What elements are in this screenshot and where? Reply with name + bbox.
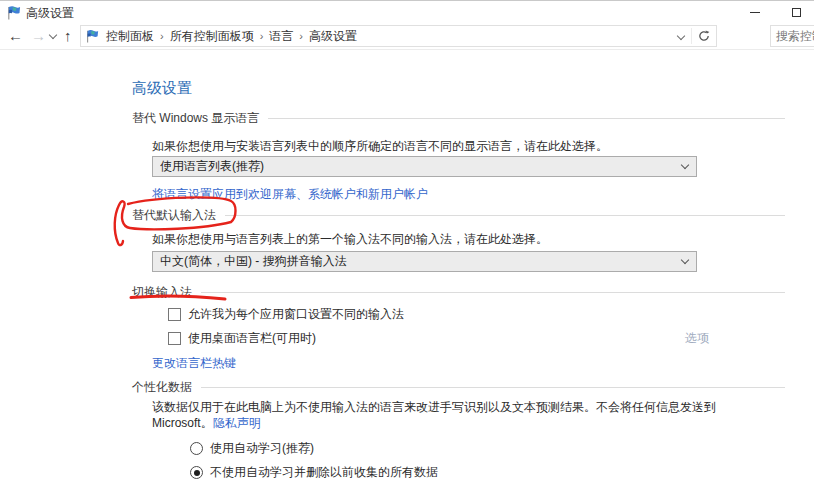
- minimize-icon: [750, 12, 760, 13]
- per-app-input-method-checkbox-row[interactable]: 允许我为每个应用窗口设置不同的输入法: [168, 306, 404, 323]
- search-placeholder: 搜索控制面板: [776, 28, 814, 45]
- use-auto-learning-radio-row[interactable]: 使用自动学习(推荐): [190, 440, 314, 457]
- checkbox-label: 允许我为每个应用窗口设置不同的输入法: [188, 306, 404, 323]
- chevron-down-icon: [681, 256, 689, 264]
- address-dropdown-button[interactable]: [671, 26, 691, 46]
- breadcrumb-separator-icon: ›: [156, 30, 168, 42]
- divider: [225, 215, 785, 216]
- default-input-method-description: 如果你想使用与语言列表上的第一个输入法不同的输入法，请在此处选择。: [152, 231, 548, 248]
- radio-selected-icon[interactable]: [190, 466, 203, 479]
- chevron-down-icon: [681, 161, 689, 169]
- title-bar: 高级设置: [0, 1, 814, 23]
- no-auto-learning-radio-row[interactable]: 不使用自动学习并删除以前收集的所有数据: [190, 464, 438, 481]
- section-header-label: 替代 Windows 显示语言: [132, 110, 259, 127]
- address-bar[interactable]: 控制面板 › 所有控制面板项 › 语言 › 高级设置: [80, 25, 717, 47]
- section-header-display-language: 替代 Windows 显示语言: [132, 110, 785, 127]
- divider: [201, 387, 785, 388]
- address-bar-controls: [671, 26, 716, 46]
- refresh-button[interactable]: [692, 26, 716, 46]
- language-flag-icon: [6, 5, 21, 20]
- combo-selected-value: 中文(简体，中国) - 搜狗拼音输入法: [160, 253, 682, 270]
- radio-label: 不使用自动学习并删除以前收集的所有数据: [210, 464, 438, 481]
- window-title: 高级设置: [26, 5, 74, 22]
- radio-unselected-icon[interactable]: [190, 442, 203, 455]
- search-input[interactable]: 搜索控制面板: [770, 25, 814, 47]
- personalization-description-line1: 该数据仅用于在此电脑上为不使用输入法的语言来改进手写识别以及文本预测结果。不会将…: [152, 399, 716, 416]
- breadcrumb-separator-icon: ›: [256, 30, 268, 42]
- history-dropdown-icon[interactable]: [49, 31, 57, 39]
- section-header-label: 个性化数据: [132, 379, 192, 396]
- radio-label: 使用自动学习(推荐): [210, 440, 314, 457]
- section-header-label: 切换输入法: [132, 284, 192, 301]
- breadcrumb: 控制面板 › 所有控制面板项 › 语言 › 高级设置: [104, 28, 671, 45]
- privacy-statement-link[interactable]: 隐私声明: [213, 416, 261, 430]
- section-header-switch-input-method: 切换输入法: [132, 284, 785, 301]
- personalization-description-line2: Microsoft。隐私声明: [152, 415, 261, 432]
- page-title: 高级设置: [132, 79, 192, 98]
- display-language-description: 如果你想使用与安装语言列表中的顺序所确定的语言不同的显示语言，请在此处选择。: [152, 138, 608, 155]
- personalization-description-prefix: Microsoft。: [152, 416, 213, 430]
- back-button[interactable]: ←: [8, 26, 23, 46]
- breadcrumb-advanced-settings[interactable]: 高级设置: [307, 28, 359, 45]
- default-input-method-combo[interactable]: 中文(简体，中国) - 搜狗拼音输入法: [152, 251, 697, 272]
- display-language-combo[interactable]: 使用语言列表(推荐): [152, 156, 697, 177]
- refresh-icon: [698, 30, 710, 42]
- checkbox-unchecked-icon[interactable]: [168, 308, 181, 321]
- maximize-icon: [792, 8, 801, 17]
- breadcrumb-separator-icon: ›: [295, 30, 307, 42]
- navigation-bar: ← → ↑ 控制面板 › 所有控制面板项 › 语言 › 高级设置: [0, 23, 814, 50]
- divider: [268, 118, 785, 119]
- checkbox-unchecked-icon[interactable]: [168, 332, 181, 345]
- checkbox-label: 使用桌面语言栏(可用时): [188, 330, 316, 347]
- breadcrumb-all-items[interactable]: 所有控制面板项: [168, 28, 256, 45]
- chevron-down-icon: [677, 32, 685, 40]
- maximize-button[interactable]: [776, 1, 814, 23]
- minimize-button[interactable]: [735, 1, 775, 23]
- change-language-bar-hotkeys-link[interactable]: 更改语言栏热键: [152, 355, 236, 372]
- divider: [201, 292, 785, 293]
- section-header-personalization: 个性化数据: [132, 379, 785, 396]
- divider: [0, 49, 814, 50]
- forward-button[interactable]: →: [31, 26, 46, 46]
- section-header-default-input-method: 替代默认输入法: [132, 207, 785, 224]
- combo-selected-value: 使用语言列表(推荐): [160, 158, 682, 175]
- language-bar-options-link[interactable]: 选项: [685, 330, 709, 347]
- language-flag-icon: [85, 29, 99, 43]
- breadcrumb-language[interactable]: 语言: [267, 28, 295, 45]
- advanced-settings-window: 高级设置 ← → ↑ 控制面板 › 所有控制面板项 › 语言 › 高级设置: [0, 0, 814, 483]
- desktop-language-bar-checkbox-row[interactable]: 使用桌面语言栏(可用时): [168, 330, 316, 347]
- up-button[interactable]: ↑: [64, 26, 72, 46]
- apply-language-settings-link[interactable]: 将语言设置应用到欢迎屏幕、系统帐户和新用户帐户: [152, 186, 428, 203]
- section-header-label: 替代默认输入法: [132, 207, 216, 224]
- breadcrumb-control-panel[interactable]: 控制面板: [104, 28, 156, 45]
